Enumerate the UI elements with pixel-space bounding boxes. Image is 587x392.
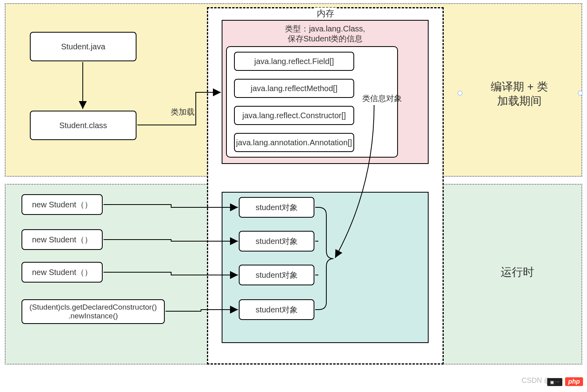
- php-brand-icon: php: [565, 377, 583, 386]
- class-info-obj-label: 类信息对象: [358, 93, 406, 104]
- memory-label: 内存: [314, 8, 337, 20]
- method-box: java.lang.reflectMethod[]: [234, 79, 354, 98]
- compile-phase-line1: 编译期 + 类: [462, 80, 577, 94]
- new-student-3: new Student（）: [21, 262, 103, 283]
- watermark-label: CSDN @: [522, 376, 551, 385]
- handle-right-icon: [578, 91, 583, 96]
- student-obj-2: student对象: [239, 231, 314, 252]
- annotation-box: java.lang.annotation.Annotation[]: [234, 133, 354, 152]
- constructor-box: java.lang.reflect.Constructor[]: [234, 106, 354, 125]
- compile-phase-line2: 加载期间: [462, 94, 577, 108]
- declared-line1: (Student)cls.getDeclaredConstructor(): [29, 303, 157, 312]
- class-type-header: 类型：java.lang.Class, 保存Student类的信息: [252, 24, 399, 44]
- student-obj-4: student对象: [239, 299, 314, 320]
- class-type-line2: 保存Student类的信息: [252, 34, 399, 44]
- new-student-2: new Student（）: [21, 229, 103, 250]
- field-box: java.lang.reflect.Field[]: [234, 52, 354, 71]
- class-type-line1: 类型：java.lang.Class,: [252, 24, 399, 34]
- student-class-box: Student.class: [30, 111, 137, 140]
- compile-phase-label: 编译期 + 类 加载期间: [462, 80, 577, 109]
- declared-constructor-box: (Student)cls.getDeclaredConstructor() .n…: [21, 299, 165, 324]
- declared-line2: .newInstance(): [29, 312, 157, 320]
- brand-pill-icon: ▣ ⋯: [547, 378, 562, 386]
- student-obj-3: student对象: [239, 265, 314, 285]
- runtime-label: 运行时: [478, 265, 557, 280]
- student-java-box: Student.java: [30, 32, 137, 61]
- class-loading-label: 类加载: [169, 107, 197, 117]
- handle-left-icon: [458, 91, 462, 96]
- student-obj-1: student对象: [239, 197, 314, 218]
- new-student-1: new Student（）: [21, 194, 103, 215]
